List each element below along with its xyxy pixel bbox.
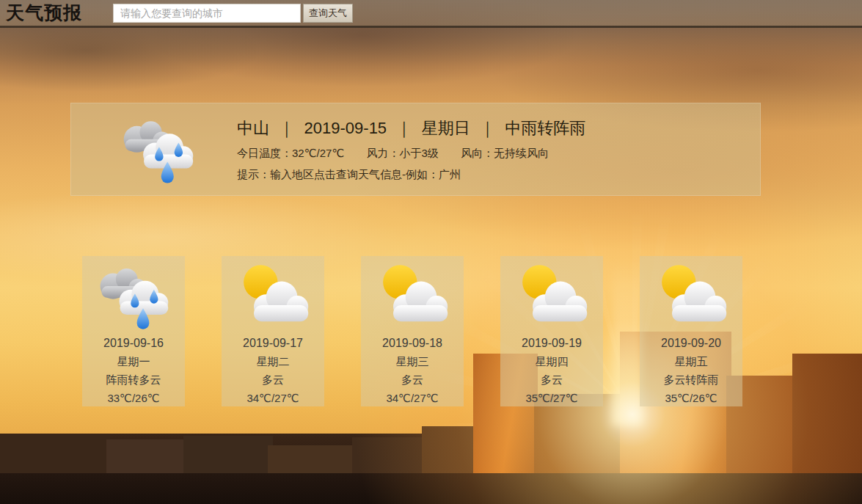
- forecast-date: 2019-09-17: [222, 334, 324, 352]
- forecast-weekday: 星期二: [222, 352, 324, 370]
- current-condition: 中雨转阵雨: [505, 119, 585, 137]
- wind-force: 风力：小于3级: [366, 147, 438, 159]
- forecast-condition: 多云: [361, 370, 464, 389]
- forecast-card: 2019-09-18 星期三 多云 34℃/27℃: [361, 256, 464, 406]
- forecast-weekday: 星期五: [640, 352, 742, 370]
- forecast-card: 2019-09-19 星期四 多云 35℃/27℃: [500, 256, 603, 406]
- forecast-temps: 33℃/26℃: [82, 389, 185, 407]
- current-weekday: 星期日: [422, 119, 470, 137]
- forecast-temps: 35℃/26℃: [640, 389, 742, 407]
- rain-icon: [114, 112, 202, 188]
- search-weather-button[interactable]: 查询天气: [303, 4, 353, 23]
- partly-cloudy-icon: [228, 259, 318, 334]
- wind-direction: 风向：无持续风向: [461, 147, 549, 159]
- partly-cloudy-icon: [368, 259, 457, 334]
- rain-icon: [89, 259, 178, 334]
- forecast-temps: 34℃/27℃: [361, 389, 464, 407]
- current-date: 2019-09-15: [304, 119, 387, 137]
- forecast-card: 2019-09-20 星期五 多云转阵雨 35℃/26℃: [640, 256, 742, 406]
- forecast-temps: 35℃/27℃: [500, 389, 603, 407]
- building-silhouette: [0, 473, 862, 504]
- city-name: 中山: [237, 119, 269, 137]
- forecast-date: 2019-09-19: [500, 334, 603, 352]
- forecast-weekday: 星期四: [500, 352, 603, 370]
- forecast-weekday: 星期三: [361, 352, 464, 370]
- forecast-date: 2019-09-16: [82, 334, 185, 352]
- temperature-today: 今日温度：32℃/27℃: [237, 147, 344, 159]
- separator: ｜: [387, 119, 422, 137]
- forecast-date: 2019-09-18: [361, 334, 464, 352]
- header-bar: 天气预报 查询天气: [0, 0, 862, 28]
- forecast-temps: 34℃/27℃: [222, 389, 324, 407]
- forecast-list: 2019-09-16 星期一 阵雨转多云 33℃/26℃ 2019-09-17 …: [82, 256, 742, 406]
- app-title: 天气预报: [6, 1, 82, 25]
- forecast-card: 2019-09-17 星期二 多云 34℃/27℃: [222, 256, 324, 406]
- current-summary: 中山｜2019-09-15｜星期日｜中雨转阵雨: [237, 117, 585, 139]
- forecast-condition: 多云转阵雨: [640, 370, 742, 389]
- forecast-condition: 阵雨转多云: [82, 370, 185, 389]
- current-details: 今日温度：32℃/27℃ 风力：小于3级 风向：无持续风向: [237, 147, 585, 161]
- separator: ｜: [269, 119, 304, 137]
- partly-cloudy-icon: [507, 259, 596, 334]
- partly-cloudy-icon: [646, 259, 736, 334]
- forecast-card: 2019-09-16 星期一 阵雨转多云 33℃/26℃: [82, 256, 185, 406]
- weather-app: 天气预报 查询天气 中山｜2019-09-15｜星期日｜中雨转阵雨 今日温度：3…: [0, 0, 862, 504]
- forecast-condition: 多云: [500, 370, 603, 389]
- forecast-weekday: 星期一: [82, 352, 185, 370]
- current-weather-text: 中山｜2019-09-15｜星期日｜中雨转阵雨 今日温度：32℃/27℃ 风力：…: [237, 117, 585, 182]
- city-search-input[interactable]: [113, 4, 301, 23]
- forecast-date: 2019-09-20: [640, 334, 742, 352]
- separator: ｜: [470, 119, 505, 137]
- current-weather-panel: 中山｜2019-09-15｜星期日｜中雨转阵雨 今日温度：32℃/27℃ 风力：…: [70, 103, 761, 196]
- forecast-condition: 多云: [222, 370, 324, 389]
- tip-line: 提示：输入地区点击查询天气信息-例如：广州: [237, 168, 585, 182]
